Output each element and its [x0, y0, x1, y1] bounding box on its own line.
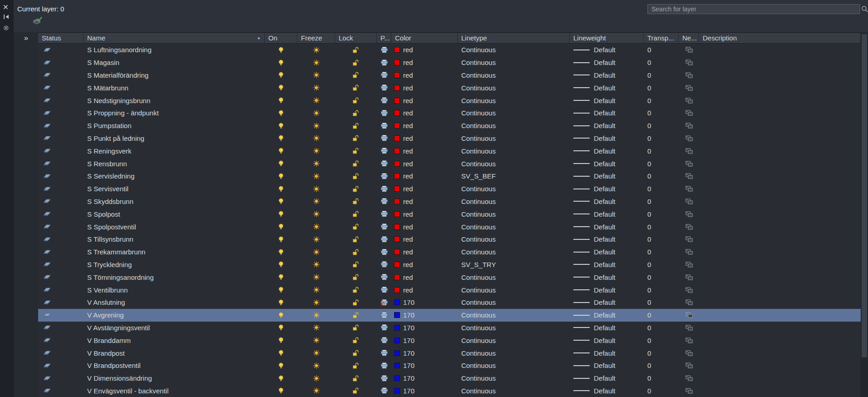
linetype-cell[interactable]: Continuous: [458, 81, 570, 94]
linetype-cell[interactable]: Continuous: [458, 322, 570, 334]
color-swatch[interactable]: [394, 135, 400, 141]
layer-name-cell[interactable]: V Anslutning: [84, 296, 265, 309]
description-cell[interactable]: [699, 246, 861, 258]
layer-name-cell[interactable]: V Branddamm: [84, 334, 265, 347]
on-lightbulb-icon[interactable]: [278, 236, 284, 243]
lock-open-icon[interactable]: [353, 337, 359, 343]
on-lightbulb-icon[interactable]: [278, 198, 284, 204]
new-vp-freeze-icon[interactable]: [686, 362, 693, 368]
layer-row[interactable]: S Servisledning: [38, 170, 861, 183]
description-cell[interactable]: [699, 359, 861, 372]
color-swatch[interactable]: [394, 47, 400, 53]
settings-gear-icon[interactable]: [3, 24, 11, 31]
transparency-cell[interactable]: 0: [644, 144, 679, 157]
plot-printer-icon[interactable]: [381, 387, 388, 394]
layer-row[interactable]: V Envägsventil - backventil: [38, 385, 861, 397]
color-swatch[interactable]: [394, 60, 400, 65]
lineweight-cell[interactable]: Default: [570, 258, 644, 271]
linetype-cell[interactable]: Continuous: [458, 157, 570, 170]
new-vp-freeze-icon[interactable]: [686, 186, 693, 192]
new-vp-freeze-icon[interactable]: [686, 224, 693, 230]
lock-open-icon[interactable]: [353, 211, 359, 217]
column-header-status[interactable]: Status: [38, 33, 84, 43]
on-lightbulb-icon[interactable]: [278, 375, 284, 382]
description-cell[interactable]: [699, 132, 861, 145]
layer-row[interactable]: S Trekammarbrunn: [38, 246, 861, 258]
on-lightbulb-icon[interactable]: [278, 84, 284, 91]
on-lightbulb-icon[interactable]: [278, 312, 284, 318]
freeze-sun-icon[interactable]: [313, 198, 320, 204]
layer-row[interactable]: S Proppning - ändpunkt: [38, 107, 861, 119]
on-lightbulb-icon[interactable]: [278, 362, 284, 369]
layer-row[interactable]: S Magasin: [38, 56, 861, 69]
freeze-sun-icon[interactable]: [313, 287, 320, 293]
lock-open-icon[interactable]: [353, 198, 359, 204]
layer-name-cell[interactable]: V Brandpostventil: [84, 359, 265, 372]
lock-open-icon[interactable]: [353, 186, 359, 192]
color-swatch[interactable]: [394, 249, 400, 255]
color-swatch[interactable]: [394, 186, 400, 192]
color-swatch[interactable]: [394, 236, 400, 242]
column-header-lock[interactable]: Lock: [335, 33, 377, 43]
layer-name-cell[interactable]: S Tryckledning: [84, 258, 265, 271]
description-cell[interactable]: [699, 372, 861, 385]
freeze-sun-icon[interactable]: [313, 362, 320, 369]
layer-name-cell[interactable]: S Punkt på ledning: [84, 132, 265, 145]
linetype-cell[interactable]: Continuous: [458, 183, 570, 195]
on-lightbulb-icon[interactable]: [278, 60, 284, 66]
lineweight-cell[interactable]: Default: [570, 81, 644, 94]
transparency-cell[interactable]: 0: [644, 385, 679, 397]
color-swatch[interactable]: [394, 350, 400, 356]
description-cell[interactable]: [699, 296, 861, 309]
lineweight-cell[interactable]: Default: [570, 183, 644, 195]
layer-name-cell[interactable]: S Trekammarbrunn: [84, 246, 265, 258]
linetype-cell[interactable]: Continuous: [458, 271, 570, 283]
lineweight-cell[interactable]: Default: [570, 144, 644, 157]
freeze-sun-icon[interactable]: [313, 123, 320, 129]
layer-row[interactable]: V Brandpostventil: [38, 359, 861, 372]
lock-open-icon[interactable]: [353, 223, 359, 230]
freeze-sun-icon[interactable]: [313, 173, 320, 179]
lineweight-cell[interactable]: Default: [570, 385, 644, 397]
new-vp-freeze-icon[interactable]: [686, 72, 693, 78]
plot-printer-icon[interactable]: [381, 84, 388, 91]
linetype-cell[interactable]: Continuous: [458, 208, 570, 220]
color-swatch[interactable]: [394, 287, 400, 293]
freeze-sun-icon[interactable]: [313, 186, 320, 192]
lineweight-cell[interactable]: Default: [570, 233, 644, 246]
lock-open-icon[interactable]: [353, 72, 359, 78]
layer-row[interactable]: S Tryckledning: [38, 258, 861, 271]
column-header-on[interactable]: On: [265, 33, 297, 43]
description-cell[interactable]: [699, 183, 861, 195]
lock-open-icon[interactable]: [353, 261, 359, 268]
transparency-cell[interactable]: 0: [644, 183, 679, 195]
color-swatch[interactable]: [394, 388, 400, 394]
layer-row[interactable]: V Dimensionsändring: [38, 372, 861, 385]
lineweight-cell[interactable]: Default: [570, 246, 644, 258]
plot-printer-icon[interactable]: [381, 312, 388, 318]
lineweight-cell[interactable]: Default: [570, 170, 644, 183]
layer-row[interactable]: S Rensbrunn: [38, 157, 861, 170]
plot-printer-icon[interactable]: [381, 186, 388, 192]
lineweight-cell[interactable]: Default: [570, 132, 644, 145]
linetype-cell[interactable]: Continuous: [458, 56, 570, 69]
color-swatch[interactable]: [394, 72, 400, 78]
new-vp-freeze-icon[interactable]: [686, 148, 693, 154]
transparency-cell[interactable]: 0: [644, 246, 679, 258]
layer-name-cell[interactable]: S Mätarbrunn: [84, 81, 265, 94]
column-header-new_vp[interactable]: Ne...: [679, 33, 699, 43]
linetype-cell[interactable]: SV_S_TRY: [458, 258, 570, 271]
column-header-transparency[interactable]: Transp...: [644, 33, 679, 43]
lineweight-cell[interactable]: Default: [570, 56, 644, 69]
color-swatch[interactable]: [394, 173, 400, 179]
on-lightbulb-icon[interactable]: [278, 173, 284, 179]
lock-open-icon[interactable]: [353, 287, 359, 293]
color-swatch[interactable]: [394, 148, 400, 154]
lineweight-cell[interactable]: Default: [570, 69, 644, 82]
description-cell[interactable]: [699, 334, 861, 347]
on-lightbulb-icon[interactable]: [278, 387, 284, 394]
lock-open-icon[interactable]: [353, 362, 359, 369]
on-lightbulb-icon[interactable]: [278, 299, 284, 306]
on-lightbulb-icon[interactable]: [278, 186, 284, 192]
transparency-cell[interactable]: 0: [644, 271, 679, 283]
